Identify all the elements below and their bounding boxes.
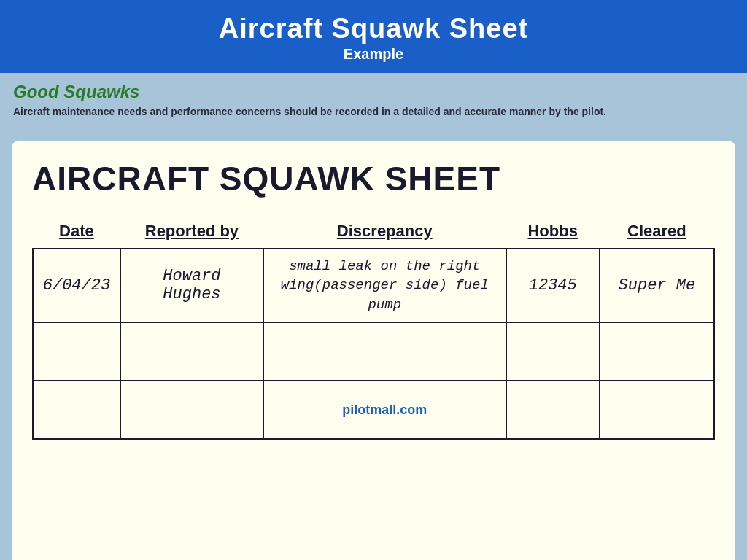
cell-reporter: [120, 322, 263, 381]
page-header: Aircraft Squawk Sheet Example: [0, 0, 747, 73]
page-subtitle: Example: [15, 46, 732, 63]
footer-cell-date: [33, 381, 120, 439]
sheet-title: AIRCRAFT SQUAWK SHEET: [32, 159, 715, 198]
good-squawks-section: Good Squawks Aircraft maintenance needs …: [0, 73, 747, 130]
col-header-hobbs: Hobbs: [506, 216, 600, 249]
cell-hobbs: [506, 322, 600, 381]
cell-discrepancy: small leak on the right wing(passenger s…: [263, 249, 506, 323]
cell-reporter: Howard Hughes: [120, 249, 263, 323]
cell-date: [33, 322, 120, 381]
good-squawks-title: Good Squawks: [13, 82, 734, 102]
cell-hobbs: 12345: [506, 249, 600, 323]
footer-cell-cleared: [600, 381, 714, 439]
squawk-table: Date Reported by Discrepancy Hobbs Clear…: [32, 216, 715, 440]
table-header-row: Date Reported by Discrepancy Hobbs Clear…: [33, 216, 714, 249]
footer-cell-url: pilotmall.com: [263, 381, 506, 439]
col-header-discrepancy: Discrepancy: [263, 216, 506, 249]
squawk-sheet: AIRCRAFT SQUAWK SHEET Date Reported by D…: [12, 141, 735, 560]
table-row: pilotmall.com: [33, 381, 714, 439]
footer-cell-hobbs: [506, 381, 600, 439]
col-header-cleared: Cleared: [600, 216, 714, 249]
good-squawks-description: Aircraft maintenance needs and performan…: [13, 105, 734, 120]
col-header-reported-by: Reported by: [120, 216, 263, 249]
footer-cell-reporter: [120, 381, 263, 439]
sheet-container: AIRCRAFT SQUAWK SHEET Date Reported by D…: [0, 130, 747, 560]
cell-date: 6/04/23: [33, 249, 120, 323]
table-row: [33, 322, 714, 381]
cell-cleared: Super Me: [600, 249, 714, 323]
cell-discrepancy: [263, 322, 506, 381]
col-header-date: Date: [33, 216, 120, 249]
table-row: 6/04/23Howard Hughessmall leak on the ri…: [33, 249, 714, 323]
page-title: Aircraft Squawk Sheet: [15, 13, 732, 44]
cell-cleared: [600, 322, 714, 381]
table-body: 6/04/23Howard Hughessmall leak on the ri…: [33, 249, 714, 440]
